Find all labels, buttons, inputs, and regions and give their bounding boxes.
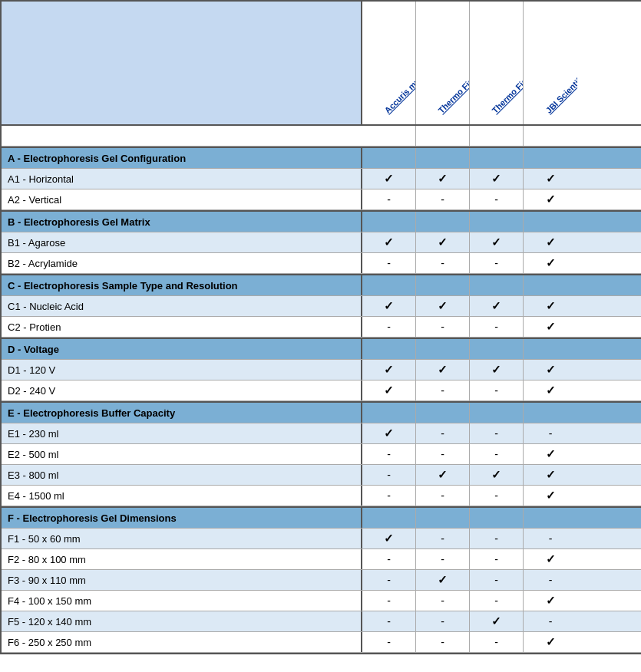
dash-indicator: - xyxy=(441,595,444,607)
checkmark-icon: ✓ xyxy=(438,468,448,482)
cell-2-3: ✓ xyxy=(524,189,577,209)
cell-10-2: ✓ xyxy=(470,360,524,380)
dash-indicator: - xyxy=(441,384,444,397)
cell-1-3: ✓ xyxy=(524,169,577,189)
row-data: ---✓ xyxy=(362,253,641,273)
table-row[interactable]: C2 - Protien---✓ xyxy=(2,317,641,338)
cell-4-2: ✓ xyxy=(470,232,524,252)
row-data: ---✓ xyxy=(362,549,641,569)
table-row[interactable]: D2 - 240 V✓--✓ xyxy=(2,380,641,401)
cell-7-0: ✓ xyxy=(362,296,416,316)
table-row[interactable]: E1 - 230 ml✓--- xyxy=(2,423,641,444)
row-data xyxy=(362,508,641,528)
checkmark-icon: ✓ xyxy=(438,299,448,313)
table-row[interactable]: E3 - 800 ml-✓✓✓ xyxy=(2,465,641,486)
cell-1-2: ✓ xyxy=(470,169,524,189)
table-row[interactable]: D1 - 120 V✓✓✓✓ xyxy=(2,360,641,380)
table-row[interactable]: C1 - Nucleic Acid✓✓✓✓ xyxy=(2,296,641,317)
row-label[interactable]: E4 - 1500 ml xyxy=(2,486,362,506)
table-row[interactable]: F1 - 50 x 60 mm✓--- xyxy=(2,529,641,549)
cell-15-2: ✓ xyxy=(470,465,524,485)
row-label[interactable]: E3 - 800 ml xyxy=(2,465,362,485)
checkmark-icon: ✓ xyxy=(384,427,394,440)
table-row[interactable]: F5 - 120 x 140 mm--✓- xyxy=(2,611,641,632)
cell-9-2 xyxy=(470,339,524,359)
cell-14-2: - xyxy=(470,444,524,464)
row-label[interactable]: A1 - Horizontal xyxy=(2,169,362,189)
row-label[interactable]: B2 - Acrylamide xyxy=(2,253,362,273)
table-row[interactable]: B1 - Agarose✓✓✓✓ xyxy=(2,232,641,253)
cell-20-2: - xyxy=(470,570,524,590)
cell-4-3: ✓ xyxy=(524,232,577,252)
table-row: C - Electrophoresis Sample Type and Reso… xyxy=(2,274,641,296)
row-label[interactable]: F1 - 50 x 60 mm xyxy=(2,529,362,548)
info-cell-3 xyxy=(470,126,524,146)
table-row[interactable]: E4 - 1500 ml---✓ xyxy=(2,486,641,506)
checkmark-icon: ✓ xyxy=(546,468,556,482)
checkmark-icon: ✓ xyxy=(546,320,556,334)
checkmark-icon: ✓ xyxy=(438,363,448,377)
dash-indicator: - xyxy=(441,193,444,206)
checkmark-icon: ✓ xyxy=(546,363,556,377)
row-label: D - Voltage xyxy=(2,339,362,359)
checkmark-icon: ✓ xyxy=(384,236,394,249)
cell-23-0: - xyxy=(362,632,416,652)
checkmark-icon: ✓ xyxy=(546,635,556,649)
row-label[interactable]: D2 - 240 V xyxy=(2,380,362,400)
checkmark-icon: ✓ xyxy=(546,489,556,502)
dash-indicator: - xyxy=(387,469,391,481)
row-data: ---✓ xyxy=(362,189,641,209)
cell-18-2: - xyxy=(470,529,524,548)
header-col-2[interactable]: Thermo Fisher Owl EasyCast B2 Gel xyxy=(470,2,524,124)
row-label[interactable]: F4 - 100 x 150 mm xyxy=(2,591,362,611)
row-data: ✓--✓ xyxy=(362,380,641,400)
dash-indicator: - xyxy=(549,532,553,545)
row-label: C - Electrophoresis Sample Type and Reso… xyxy=(2,275,362,295)
cell-14-3: ✓ xyxy=(524,444,577,464)
dash-indicator: - xyxy=(549,427,553,440)
cell-6-3 xyxy=(524,275,577,295)
row-label[interactable]: E1 - 230 ml xyxy=(2,423,362,443)
table-row[interactable]: E2 - 500 ml---✓ xyxy=(2,444,641,465)
cell-21-3: ✓ xyxy=(524,591,577,611)
cell-11-2: - xyxy=(470,380,524,400)
row-label[interactable]: B1 - Agarose xyxy=(2,232,362,252)
dash-indicator: - xyxy=(441,615,444,628)
row-label[interactable]: E2 - 500 ml xyxy=(2,444,362,464)
row-label[interactable]: D1 - 120 V xyxy=(2,360,362,380)
table-row[interactable]: F3 - 90 x 110 mm-✓-- xyxy=(2,570,641,591)
row-data xyxy=(362,212,641,232)
cell-12-2 xyxy=(470,403,524,423)
cell-0-3 xyxy=(524,148,577,168)
dash-indicator: - xyxy=(441,636,444,648)
table-row[interactable]: A1 - Horizontal✓✓✓✓ xyxy=(2,169,641,189)
dash-indicator: - xyxy=(387,489,391,502)
header-col-0[interactable]: Accuris myGel xyxy=(362,2,416,124)
row-label[interactable]: C2 - Protien xyxy=(2,317,362,337)
table-row[interactable]: F4 - 100 x 150 mm---✓ xyxy=(2,591,641,611)
table-row[interactable]: F2 - 80 x 100 mm---✓ xyxy=(2,549,641,570)
row-label[interactable]: A2 - Vertical xyxy=(2,189,362,209)
row-label[interactable]: F3 - 90 x 110 mm xyxy=(2,570,362,590)
table-row[interactable]: B2 - Acrylamide---✓ xyxy=(2,253,641,274)
dash-indicator: - xyxy=(387,321,391,333)
row-label[interactable]: C1 - Nucleic Acid xyxy=(2,296,362,316)
checkmark-icon: ✓ xyxy=(491,468,501,482)
cell-12-3 xyxy=(524,403,577,423)
checkmark-icon: ✓ xyxy=(384,299,394,313)
dash-indicator: - xyxy=(387,257,391,269)
table-row[interactable]: A2 - Vertical---✓ xyxy=(2,189,641,210)
checkmark-icon: ✓ xyxy=(438,573,448,587)
table-row[interactable]: F6 - 250 x 250 mm---✓ xyxy=(2,632,641,653)
dash-indicator: - xyxy=(494,257,498,269)
cell-10-0: ✓ xyxy=(362,360,416,380)
header-col-1[interactable]: Thermo Fisher Owl EasyCast B1 Gel xyxy=(416,2,470,124)
dash-indicator: - xyxy=(494,384,498,397)
row-label[interactable]: F5 - 120 x 140 mm xyxy=(2,611,362,631)
row-label[interactable]: F2 - 80 x 100 mm xyxy=(2,549,362,569)
checkmark-icon: ✓ xyxy=(384,363,394,377)
dash-indicator: - xyxy=(494,489,498,502)
header-col-3[interactable]: JBI Scientific Gel Systems xyxy=(524,2,577,124)
row-label[interactable]: F6 - 250 x 250 mm xyxy=(2,632,362,652)
cell-8-2: - xyxy=(470,317,524,337)
